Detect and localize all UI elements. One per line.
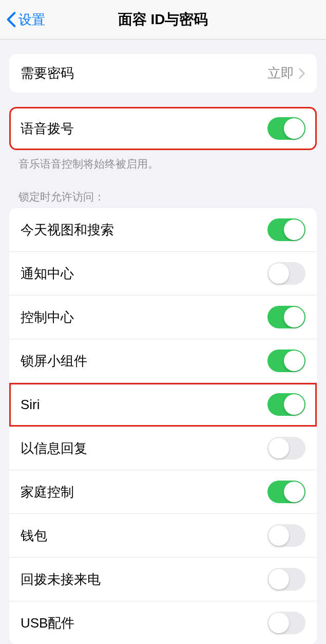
- lock-access-label: USB配件: [21, 614, 74, 632]
- lock-access-row: 家庭控制: [9, 470, 317, 514]
- lock-access-row: USB配件: [9, 601, 317, 644]
- toggle-knob: [284, 219, 304, 240]
- voice-dial-label: 语音拨号: [21, 120, 74, 138]
- lock-access-row: 以信息回复: [9, 427, 317, 470]
- voice-dial-footer: 音乐语音控制将始终被启用。: [0, 150, 326, 171]
- lock-access-row: 钱包: [9, 514, 317, 558]
- lock-access-label: 以信息回复: [21, 439, 87, 457]
- lock-access-toggle[interactable]: [267, 306, 305, 328]
- lock-access-group: 今天视图和搜索通知中心控制中心锁屏小组件Siri以信息回复家庭控制钱包回拨未接来…: [9, 208, 317, 644]
- chevron-right-icon: [298, 68, 305, 79]
- toggle-knob: [284, 307, 304, 327]
- page-title: 面容 ID与密码: [118, 10, 208, 29]
- lock-access-toggle[interactable]: [267, 349, 305, 372]
- back-label: 设置: [18, 11, 45, 29]
- toggle-knob: [269, 438, 289, 458]
- lock-access-label: 家庭控制: [21, 483, 74, 501]
- lock-access-row: 通知中心: [9, 252, 317, 296]
- lock-access-row: 锁屏小组件: [9, 339, 317, 383]
- lock-access-row: 控制中心: [9, 296, 317, 339]
- nav-header: 设置 面容 ID与密码: [0, 0, 326, 40]
- lock-access-label: 锁屏小组件: [21, 352, 87, 370]
- require-passcode-value-text: 立即: [267, 64, 294, 82]
- lock-access-label: Siri: [21, 397, 40, 413]
- voice-dial-group: 语音拨号: [9, 107, 317, 150]
- toggle-knob: [269, 263, 289, 284]
- toggle-knob: [269, 525, 289, 546]
- toggle-knob: [284, 351, 304, 371]
- toggle-knob: [284, 394, 304, 415]
- toggle-knob: [284, 482, 304, 502]
- lock-access-toggle[interactable]: [267, 524, 305, 547]
- lock-access-row: 回拨未接来电: [9, 558, 317, 601]
- lock-access-label: 今天视图和搜索: [21, 221, 114, 239]
- chevron-left-icon: [6, 11, 16, 28]
- lock-access-toggle[interactable]: [267, 393, 305, 416]
- lock-access-header: 锁定时允许访问：: [0, 186, 326, 208]
- require-passcode-value: 立即: [267, 64, 305, 82]
- toggle-knob: [284, 118, 304, 139]
- toggle-knob: [269, 569, 289, 590]
- lock-access-label: 回拨未接来电: [21, 571, 101, 588]
- lock-access-toggle[interactable]: [267, 262, 305, 285]
- lock-access-toggle[interactable]: [267, 437, 305, 459]
- require-passcode-row[interactable]: 需要密码 立即: [9, 54, 317, 93]
- lock-access-toggle[interactable]: [267, 612, 305, 634]
- require-passcode-label: 需要密码: [21, 64, 74, 82]
- lock-access-label: 控制中心: [21, 308, 74, 326]
- voice-dial-row: 语音拨号: [9, 107, 317, 150]
- lock-access-toggle[interactable]: [267, 568, 305, 591]
- lock-access-row: Siri: [9, 383, 317, 427]
- toggle-knob: [269, 613, 289, 633]
- lock-access-label: 通知中心: [21, 265, 74, 283]
- lock-access-toggle[interactable]: [267, 481, 305, 503]
- voice-dial-toggle[interactable]: [267, 117, 305, 140]
- back-button[interactable]: 设置: [0, 11, 45, 29]
- lock-access-toggle[interactable]: [267, 218, 305, 241]
- lock-access-row: 今天视图和搜索: [9, 208, 317, 252]
- passcode-group: 需要密码 立即: [9, 54, 317, 93]
- lock-access-label: 钱包: [21, 527, 47, 545]
